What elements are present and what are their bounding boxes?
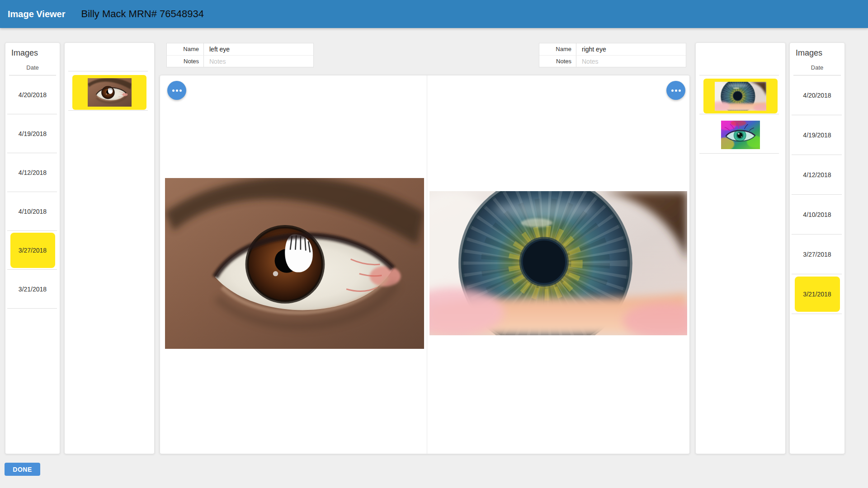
right-thumbnail-panel <box>695 42 786 454</box>
date-label: 3/21/2018 <box>795 277 840 312</box>
left-name-input[interactable] <box>204 43 313 55</box>
right-image-metadata-form: Name Notes <box>539 43 686 67</box>
date-item[interactable]: 4/12/2018 <box>5 153 60 192</box>
thumbnail-left-eye[interactable] <box>72 75 146 110</box>
name-row: Name <box>539 43 686 55</box>
app-header: Image Viewer Billy Mack MRN# 76548934 <box>0 0 868 28</box>
brown-eye-thumbnail-image <box>88 78 132 107</box>
right-notes-input[interactable] <box>576 56 686 67</box>
date-item[interactable]: 4/12/2018 <box>790 155 844 195</box>
divider <box>68 43 148 71</box>
app-title: Image Viewer <box>8 9 65 19</box>
notes-value-cell <box>204 56 313 67</box>
date-label: 4/12/2018 <box>795 157 840 192</box>
divider <box>699 153 779 154</box>
ellipsis-icon <box>172 89 182 92</box>
name-label: Name <box>167 43 204 55</box>
right-name-input[interactable] <box>576 43 686 55</box>
notes-label: Notes <box>539 56 576 67</box>
left-images-panel: Images Date 4/20/2018 4/19/2018 4/12/201… <box>5 42 60 454</box>
divider <box>68 110 148 111</box>
name-row: Name <box>167 43 313 55</box>
name-label: Name <box>539 43 576 55</box>
right-more-options-button[interactable] <box>666 81 685 100</box>
divider <box>699 114 779 114</box>
main-viewer-panel <box>160 75 690 454</box>
date-label: 3/21/2018 <box>10 272 55 307</box>
date-label: 4/10/2018 <box>10 194 55 229</box>
divider <box>699 43 779 75</box>
right-images-panel: Images Date 4/20/2018 4/19/2018 4/12/201… <box>789 42 845 454</box>
left-notes-input[interactable] <box>204 56 313 67</box>
name-value-cell <box>204 43 313 55</box>
left-more-options-button[interactable] <box>167 81 186 100</box>
notes-value-cell <box>576 56 686 67</box>
date-item-selected[interactable]: 3/21/2018 <box>790 274 844 314</box>
date-item[interactable]: 4/10/2018 <box>5 192 60 231</box>
date-item[interactable]: 4/19/2018 <box>5 114 60 153</box>
date-label: 4/10/2018 <box>795 197 840 232</box>
ellipsis-icon <box>671 89 681 92</box>
patient-label: Billy Mack MRN# 76548934 <box>81 8 203 20</box>
date-label: 3/27/2018 <box>795 237 840 272</box>
done-button[interactable]: DONE <box>5 463 40 476</box>
date-item[interactable]: 3/21/2018 <box>5 270 60 309</box>
date-label: 4/20/2018 <box>795 78 840 113</box>
right-date-column-header: Date <box>793 58 841 75</box>
notes-label: Notes <box>167 56 204 67</box>
thumbnail-right-eye[interactable] <box>703 79 778 113</box>
notes-row: Notes <box>539 55 686 67</box>
date-item[interactable]: 4/20/2018 <box>5 75 60 114</box>
rainbow-eye-thumbnail-image <box>721 121 760 149</box>
notes-row: Notes <box>167 55 313 67</box>
date-item[interactable]: 4/20/2018 <box>790 75 844 115</box>
date-item[interactable]: 4/10/2018 <box>790 195 844 235</box>
right-eye-image <box>429 191 687 335</box>
right-images-panel-title: Images <box>790 43 844 58</box>
date-label: 4/20/2018 <box>10 77 55 113</box>
thumbnail-rainbow-eye[interactable] <box>703 121 778 149</box>
left-date-column-header: Date <box>9 58 56 75</box>
left-image-metadata-form: Name Notes <box>166 43 314 67</box>
date-label: 4/19/2018 <box>795 117 840 153</box>
viewer-split-divider <box>427 75 427 454</box>
date-item[interactable]: 4/19/2018 <box>790 115 844 155</box>
left-eye-image <box>165 178 424 349</box>
date-item-selected[interactable]: 3/27/2018 <box>5 231 60 270</box>
image-viewer-app: Image Viewer Billy Mack MRN# 76548934 Im… <box>0 0 868 488</box>
left-images-panel-title: Images <box>5 43 60 58</box>
date-label: 4/12/2018 <box>10 155 55 190</box>
name-value-cell <box>576 43 686 55</box>
green-eye-thumbnail-image <box>715 82 766 111</box>
date-label: 4/19/2018 <box>10 116 55 151</box>
date-label: 3/27/2018 <box>10 233 55 268</box>
date-item[interactable]: 3/27/2018 <box>790 235 844 274</box>
left-thumbnail-panel <box>64 42 155 454</box>
